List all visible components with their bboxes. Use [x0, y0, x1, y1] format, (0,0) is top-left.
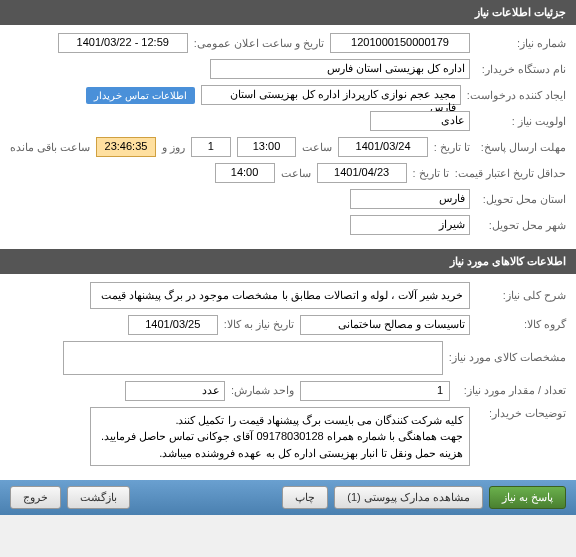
unit-label: واحد شمارش: — [231, 384, 294, 397]
desc-field: خرید شیر آلات ، لوله و اتصالات مطابق با … — [90, 282, 470, 309]
contact-buyer-button[interactable]: اطلاعات تماس خریدار — [86, 87, 195, 104]
day-count-field: 1 — [191, 137, 231, 157]
province-label: استان محل تحویل: — [476, 193, 566, 206]
need-date-field: 1401/03/25 — [128, 315, 218, 335]
deadline-label: مهلت ارسال پاسخ: — [476, 141, 566, 154]
time-label-1: ساعت — [302, 141, 332, 154]
respond-button[interactable]: پاسخ به نیاز — [489, 486, 566, 509]
qty-field: 1 — [300, 381, 450, 401]
attachments-button[interactable]: مشاهده مدارک پیوستی (1) — [334, 486, 483, 509]
announce-label: تاریخ و ساعت اعلان عمومی: — [194, 37, 324, 50]
priority-field: عادی — [370, 111, 470, 131]
to-date-label-1: تا تاریخ : — [434, 141, 470, 154]
need-number-field: 1201000150000179 — [330, 33, 470, 53]
need-number-label: شماره نیاز: — [476, 37, 566, 50]
group-field: تاسیسات و مصالح ساختمانی — [300, 315, 470, 335]
buyer-label: نام دستگاه خریدار: — [476, 63, 566, 76]
requester-label: ایجاد کننده درخواست: — [467, 89, 566, 102]
group-label: گروه کالا: — [476, 318, 566, 331]
buyer-field: اداره کل بهزیستی استان فارس — [210, 59, 470, 79]
validity-label: حداقل تاریخ اعتبار قیمت: — [455, 167, 566, 180]
section-header-details: جزئیات اطلاعات نیاز — [0, 0, 576, 25]
notes-field: کلیه شرکت کنندگان می بایست برگ پیشنهاد ق… — [90, 407, 470, 467]
exit-button[interactable]: خروج — [10, 486, 61, 509]
deadline-time-field: 13:00 — [237, 137, 297, 157]
validity-time-field: 14:00 — [215, 163, 275, 183]
city-field: شیراز — [350, 215, 470, 235]
spec-label: مشخصات کالای مورد نیاز: — [449, 351, 566, 364]
requester-field: مجید عجم نوازی کارپرداز اداره کل بهزیستی… — [201, 85, 461, 105]
print-button[interactable]: چاپ — [282, 486, 328, 509]
need-date-label: تاریخ نیاز به کالا: — [224, 318, 294, 331]
desc-label: شرح کلی نیاز: — [476, 289, 566, 302]
unit-field: عدد — [125, 381, 225, 401]
section-header-goods: اطلاعات کالاهای مورد نیاز — [0, 249, 576, 274]
time-label-2: ساعت — [281, 167, 311, 180]
qty-label: تعداد / مقدار مورد نیاز: — [456, 384, 566, 397]
notes-label: توضیحات خریدار: — [476, 407, 566, 420]
day-label: روز و — [162, 141, 185, 154]
footer-toolbar: پاسخ به نیاز مشاهده مدارک پیوستی (1) چاپ… — [0, 480, 576, 515]
announce-date-field: 1401/03/22 - 12:59 — [58, 33, 188, 53]
remaining-label: ساعت باقی مانده — [10, 141, 90, 154]
deadline-date-field: 1401/03/24 — [338, 137, 427, 157]
province-field: فارس — [350, 189, 470, 209]
city-label: شهر محل تحویل: — [476, 219, 566, 232]
spec-field — [63, 341, 443, 375]
remaining-time-field: 23:46:35 — [96, 137, 156, 157]
validity-date-field: 1401/04/23 — [317, 163, 407, 183]
back-button[interactable]: بازگشت — [67, 486, 130, 509]
priority-label: اولویت نیاز : — [476, 115, 566, 128]
to-date-label-2: تا تاریخ : — [413, 167, 449, 180]
